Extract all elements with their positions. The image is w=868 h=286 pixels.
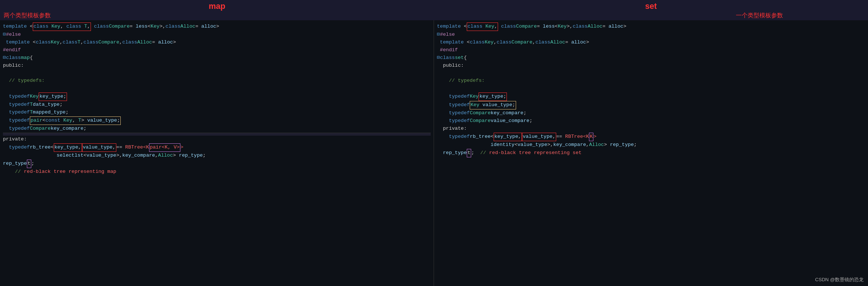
set-line-9: [437, 85, 865, 93]
set-line-17: rep_typet; // red-black tree representin…: [437, 149, 865, 157]
box-class-key-set: class Key,: [467, 22, 498, 31]
map-line-3: template <class Key, class T, class Comp…: [3, 39, 431, 46]
box-t-right: t: [467, 149, 471, 157]
map-line-10: typedef Key key_type;: [3, 93, 431, 101]
set-annotation: 一个类型模板参数: [434, 11, 868, 20]
map-line-1: template <class Key, class T, class Comp…: [3, 22, 431, 31]
set-line-13: typedef Compare value_compare;: [437, 117, 865, 125]
map-line-4: #endif: [3, 46, 431, 54]
map-line-11: typedef T data_type;: [3, 101, 431, 109]
set-label: set: [434, 1, 868, 11]
box-key-type-2: key_type,: [54, 143, 82, 152]
box-k-set: K: [589, 133, 593, 141]
map-line-13: typedef pair<const Key, T> value_type;: [3, 116, 431, 125]
map-label: map: [0, 1, 434, 11]
map-line-12: typedef T mapped_type;: [3, 109, 431, 116]
map-line-18: selectlst<value_type>, key_compare, Allo…: [3, 152, 431, 160]
map-line-16: private:: [3, 136, 431, 143]
scrollbar[interactable]: [3, 133, 431, 136]
set-line-1: template <class Key, class Compare = les…: [437, 22, 865, 31]
map-line-9: [3, 85, 431, 93]
box-pair-kv: pair<K, V>: [149, 143, 180, 152]
box-pair-value: pair<const Key, T> value_type;: [30, 116, 121, 125]
set-line-6: public:: [437, 62, 865, 70]
map-line-17: typedef rb_tree<key_type, value_type, ==…: [3, 143, 431, 152]
box-class-key-t: class Key, class T,: [33, 22, 91, 31]
set-line-5: ⊟class set {: [437, 54, 865, 62]
map-line-7: [3, 70, 431, 77]
watermark: CSDN @数墨镜的恐龙: [815, 276, 864, 283]
map-annotation: 两个类型模板参数: [0, 11, 434, 20]
set-line-2: ⊟#else: [437, 31, 865, 39]
set-line-4: #endif: [437, 46, 865, 54]
set-line-14: private:: [437, 125, 865, 133]
map-panel: template <class Key, class T, class Comp…: [0, 20, 434, 286]
box-value-type: value_type,: [82, 143, 116, 152]
kw-template: template: [3, 23, 27, 31]
set-panel: template <class Key, class Compare = les…: [434, 20, 868, 286]
set-line-15: typedef rb_tree<key_type, value_type, ==…: [437, 133, 865, 141]
set-line-7: [437, 70, 865, 77]
set-line-12: typedef Compare key_compare;: [437, 109, 865, 117]
map-line-8: // typedefs:: [3, 77, 431, 85]
map-line-2: ⊟#else: [3, 31, 431, 39]
set-line-8: // typedefs:: [437, 77, 865, 85]
set-line-16: identity<value_type>, key_compare, Alloc…: [437, 141, 865, 149]
map-line-19: rep_typet;: [3, 160, 431, 168]
box-set-key-type: key_type;: [479, 93, 507, 101]
box-key-type: key_type;: [39, 93, 67, 101]
box-set-value-type: Key value_type;: [470, 101, 516, 109]
box-t-left: t: [27, 160, 31, 168]
box-set-key-type-2: key_type,: [494, 133, 522, 141]
set-line-10: typedef Key key_type;: [437, 93, 865, 101]
box-set-value-type-2: value_type,: [522, 133, 556, 141]
map-line-5: ⊟class map {: [3, 54, 431, 62]
map-line-20: // red-black tree representing map: [3, 168, 431, 176]
set-line-11: typedef Key value_type;: [437, 101, 865, 109]
map-line-14: typedef Compare key_compare;: [3, 125, 431, 133]
set-line-3: template <class Key, class Compare, clas…: [437, 39, 865, 46]
map-line-6: public:: [3, 62, 431, 70]
